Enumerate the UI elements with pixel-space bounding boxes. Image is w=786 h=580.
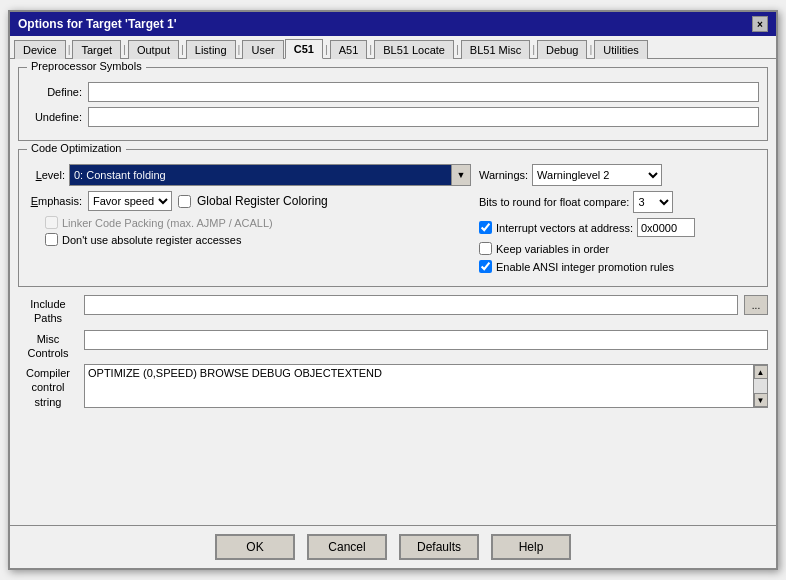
- dialog-window: Options for Target 'Target 1' × Device |…: [8, 10, 778, 570]
- code-opt-group: Code Optimization Level: 0: Constant fol…: [18, 149, 768, 287]
- scroll-down-btn[interactable]: ▼: [754, 393, 768, 407]
- footer: OK Cancel Defaults Help: [10, 525, 776, 568]
- tab-debug[interactable]: Debug: [537, 40, 587, 59]
- compiler-string-wrapper: OPTIMIZE (0,SPEED) BROWSE DEBUG OBJECTEX…: [84, 364, 768, 408]
- warnings-row: Warnings: Warninglevel 2: [479, 164, 759, 186]
- cancel-button[interactable]: Cancel: [307, 534, 387, 560]
- preprocessor-group: Preprocessor Symbols Define: Undefine:: [18, 67, 768, 141]
- bits-round-select[interactable]: 3: [633, 191, 673, 213]
- enable-ansi-checkbox[interactable]: [479, 260, 492, 273]
- close-button[interactable]: ×: [752, 16, 768, 32]
- enable-ansi-row: Enable ANSI integer promotion rules: [479, 260, 759, 273]
- compiler-string-content: OPTIMIZE (0,SPEED) BROWSE DEBUG OBJECTEX…: [85, 365, 767, 381]
- dialog-title: Options for Target 'Target 1': [18, 17, 177, 31]
- level-label: Level:: [27, 169, 65, 181]
- misc-controls-input[interactable]: [84, 330, 768, 350]
- code-opt-left: Level: 0: Constant folding ▼ Emphasis: F…: [27, 164, 471, 278]
- tab-bl51-misc[interactable]: BL51 Misc: [461, 40, 530, 59]
- title-bar: Options for Target 'Target 1' ×: [10, 12, 776, 36]
- bits-round-label: Bits to round for float compare:: [479, 196, 629, 208]
- tab-content: Preprocessor Symbols Define: Undefine: C…: [10, 59, 776, 525]
- level-row: Level: 0: Constant folding ▼: [27, 164, 471, 186]
- dont-use-abs-row: Don't use absolute register accesses: [45, 233, 471, 246]
- interrupt-vec-label: Interrupt vectors at address:: [496, 222, 633, 234]
- define-label: Define:: [27, 86, 82, 98]
- compiler-string-label: Compiler control string: [18, 364, 78, 409]
- emphasis-select[interactable]: Favor speed Favor size: [88, 191, 172, 211]
- undefine-input[interactable]: [88, 107, 759, 127]
- interrupt-vec-input[interactable]: [637, 218, 695, 237]
- tab-target[interactable]: Target: [72, 40, 121, 59]
- help-button[interactable]: Help: [491, 534, 571, 560]
- define-row: Define:: [27, 82, 759, 102]
- global-reg-checkbox[interactable]: [178, 195, 191, 208]
- tab-bl51-locate[interactable]: BL51 Locate: [374, 40, 454, 59]
- warnings-select[interactable]: Warninglevel 2: [532, 164, 662, 186]
- tab-bar: Device | Target | Output | Listing | Use…: [10, 36, 776, 59]
- global-reg-label: Global Register Coloring: [197, 194, 328, 208]
- enable-ansi-label: Enable ANSI integer promotion rules: [496, 261, 674, 273]
- misc-controls-row: Misc Controls: [18, 330, 768, 361]
- emphasis-label: Emphasis:: [27, 195, 82, 207]
- vertical-scrollbar[interactable]: ▲ ▼: [753, 365, 767, 407]
- include-paths-label: Include Paths: [18, 295, 78, 326]
- tab-user[interactable]: User: [242, 40, 283, 59]
- dont-use-abs-checkbox[interactable]: [45, 233, 58, 246]
- keep-vars-row: Keep variables in order: [479, 242, 759, 255]
- undefine-row: Undefine:: [27, 107, 759, 127]
- tab-device[interactable]: Device: [14, 40, 66, 59]
- misc-controls-label: Misc Controls: [18, 330, 78, 361]
- emphasis-row: Emphasis: Favor speed Favor size Global …: [27, 191, 471, 211]
- level-select: 0: Constant folding ▼: [69, 164, 471, 186]
- include-paths-input[interactable]: [84, 295, 738, 315]
- tab-a51[interactable]: A51: [330, 40, 368, 59]
- tab-output[interactable]: Output: [128, 40, 179, 59]
- level-dropdown-btn[interactable]: ▼: [451, 164, 471, 186]
- define-input[interactable]: [88, 82, 759, 102]
- warnings-label: Warnings:: [479, 169, 528, 181]
- linker-packing-label: Linker Code Packing (max. AJMP / ACALL): [62, 217, 273, 229]
- bottom-section: Include Paths ... Misc Controls Compiler…: [18, 295, 768, 409]
- undefine-label: Undefine:: [27, 111, 82, 123]
- compiler-string-row: Compiler control string OPTIMIZE (0,SPEE…: [18, 364, 768, 409]
- linker-packing-row: Linker Code Packing (max. AJMP / ACALL): [45, 216, 471, 229]
- browse-button[interactable]: ...: [744, 295, 768, 315]
- scroll-up-btn[interactable]: ▲: [754, 365, 768, 379]
- code-opt-title: Code Optimization: [27, 142, 126, 154]
- tab-listing[interactable]: Listing: [186, 40, 236, 59]
- ok-button[interactable]: OK: [215, 534, 295, 560]
- code-opt-area: Level: 0: Constant folding ▼ Emphasis: F…: [27, 164, 759, 278]
- bits-round-row: Bits to round for float compare: 3: [479, 191, 759, 213]
- include-paths-row: Include Paths ...: [18, 295, 768, 326]
- level-select-value[interactable]: 0: Constant folding: [69, 164, 451, 186]
- tab-c51[interactable]: C51: [285, 39, 323, 59]
- tab-utilities[interactable]: Utilities: [594, 40, 647, 59]
- interrupt-vec-row: Interrupt vectors at address:: [479, 218, 759, 237]
- defaults-button[interactable]: Defaults: [399, 534, 479, 560]
- interrupt-vec-checkbox[interactable]: [479, 221, 492, 234]
- code-opt-right: Warnings: Warninglevel 2 Bits to round f…: [479, 164, 759, 278]
- preprocessor-title: Preprocessor Symbols: [27, 60, 146, 72]
- keep-vars-label: Keep variables in order: [496, 243, 609, 255]
- linker-packing-checkbox[interactable]: [45, 216, 58, 229]
- dont-use-abs-label: Don't use absolute register accesses: [62, 234, 241, 246]
- keep-vars-checkbox[interactable]: [479, 242, 492, 255]
